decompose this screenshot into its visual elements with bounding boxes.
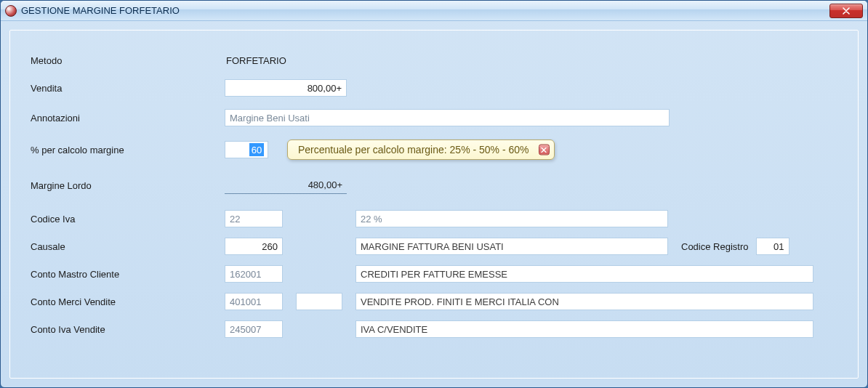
close-icon (541, 147, 547, 153)
desc-conto-mastro-cliente: CREDITI PER FATTURE EMESSE (355, 265, 813, 283)
input-causale[interactable] (225, 238, 283, 255)
tooltip-close-button[interactable] (539, 145, 550, 155)
close-button[interactable] (829, 4, 863, 18)
label-codice-iva: Codice Iva (25, 214, 225, 225)
window-title: GESTIONE MARGINE FORFETARIO (21, 5, 829, 16)
tooltip-text: Percentuale per calcolo margine: 25% - 5… (298, 144, 529, 155)
window-frame: GESTIONE MARGINE FORFETARIO Metodo FORFE… (0, 0, 868, 388)
label-metodo: Metodo (25, 55, 225, 66)
label-annotazioni: Annotazioni (25, 113, 225, 124)
close-icon (843, 7, 850, 15)
app-icon (5, 5, 17, 17)
form-panel: Metodo FORFETARIO Vendita Annotazioni % … (9, 30, 859, 379)
input-margine-lordo[interactable] (225, 177, 347, 194)
input-annotazioni[interactable] (225, 109, 670, 126)
input-vendita[interactable] (225, 79, 347, 97)
field-conto-mastro-cliente[interactable]: 162001 (225, 265, 283, 283)
input-conto-merci-vendite-sub[interactable] (296, 293, 342, 310)
label-margine-lordo: Margine Lordo (25, 180, 225, 191)
field-conto-iva-vendite[interactable]: 245007 (225, 320, 283, 338)
label-percent-margine: % per calcolo margine (25, 145, 225, 155)
field-conto-merci-vendite[interactable]: 401001 (225, 293, 283, 310)
label-codice-registro: Codice Registro (681, 241, 749, 252)
label-conto-merci-vendite: Conto Merci Vendite (25, 296, 225, 307)
label-conto-iva-vendite: Conto Iva Vendite (25, 324, 225, 335)
desc-conto-iva-vendite: IVA C/VENDITE (355, 320, 813, 338)
titlebar[interactable]: GESTIONE MARGINE FORFETARIO (1, 1, 867, 21)
desc-conto-merci-vendite: VENDITE PROD. FINITI E MERCI ITALIA CON (355, 293, 813, 310)
field-codice-iva[interactable]: 22 (225, 210, 283, 227)
label-vendita: Vendita (25, 83, 225, 94)
tooltip-percent-margine: Percentuale per calcolo margine: 25% - 5… (287, 140, 555, 160)
label-causale: Causale (25, 241, 225, 252)
desc-codice-iva: 22 % (355, 210, 668, 227)
input-percent-margine[interactable] (225, 141, 268, 158)
value-metodo: FORFETARIO (225, 55, 286, 66)
client-area: Metodo FORFETARIO Vendita Annotazioni % … (1, 21, 867, 387)
desc-causale: MARGINE FATTURA BENI USATI (355, 238, 668, 255)
input-codice-registro[interactable] (756, 238, 789, 255)
label-conto-mastro-cliente: Conto Mastro Cliente (25, 269, 225, 280)
